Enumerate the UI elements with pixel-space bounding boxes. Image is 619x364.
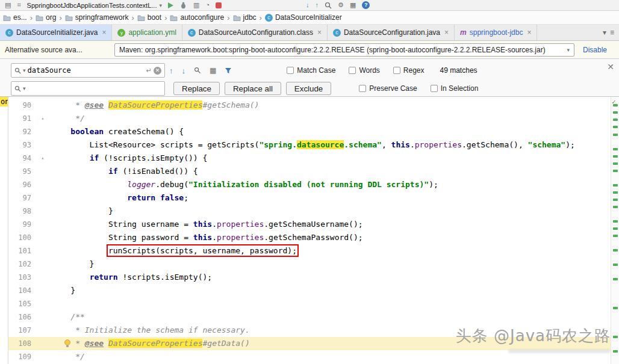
- code-text[interactable]: return false;: [49, 191, 611, 205]
- fold-marker-icon[interactable]: ▴: [36, 112, 49, 125]
- tab-sppringboot-jdbc[interactable]: m sppringboot-jdbc ×: [455, 25, 537, 40]
- fold-marker-icon[interactable]: ▴: [36, 152, 49, 165]
- find-all-icon[interactable]: [190, 67, 205, 74]
- search-match-stripe-mark[interactable]: [613, 170, 618, 172]
- search-match-stripe-mark[interactable]: [613, 278, 618, 280]
- search-match-stripe-mark[interactable]: [613, 111, 618, 114]
- search-match-stripe-mark[interactable]: [613, 264, 618, 266]
- match-case-checkbox[interactable]: Match Case: [287, 66, 335, 75]
- code-row[interactable]: 106 /**: [8, 310, 611, 324]
- filter-search-results-icon[interactable]: [220, 67, 236, 74]
- breadcrumb-item-org[interactable]: org: [34, 13, 58, 22]
- stop-icon[interactable]: [216, 2, 222, 8]
- words-checkbox[interactable]: Words: [349, 66, 379, 75]
- search-match-stripe-mark[interactable]: [613, 307, 618, 309]
- code-row[interactable]: 94▴ if (!scripts.isEmpty()) {: [8, 152, 611, 165]
- code-text[interactable]: boolean createSchema() {: [49, 125, 611, 138]
- regex-checkbox[interactable]: Regex: [393, 66, 425, 75]
- breadcrumb-item-jdbc[interactable]: jdbc: [231, 13, 258, 22]
- view-grid-icon[interactable]: ▦: [350, 2, 356, 8]
- line-number[interactable]: 108: [8, 337, 36, 350]
- code-row[interactable]: 102 }: [8, 258, 611, 271]
- line-number[interactable]: 90: [8, 99, 36, 112]
- breadcrumb-item-datasourceinitializer[interactable]: c DataSourceInitializer: [263, 13, 344, 22]
- code-row[interactable]: 98 }: [8, 205, 611, 218]
- replace-all-button[interactable]: Replace all: [225, 82, 281, 95]
- newline-icon[interactable]: ↵: [146, 67, 152, 75]
- search-match-stripe-mark[interactable]: [613, 148, 618, 150]
- run-with-coverage-icon[interactable]: ▥: [193, 2, 199, 8]
- clear-search-icon[interactable]: ✕: [154, 67, 161, 75]
- profiler-icon[interactable]: ◔: [205, 2, 210, 8]
- disable-link[interactable]: Disable: [580, 46, 614, 54]
- help-icon[interactable]: ?: [362, 1, 370, 9]
- code-text[interactable]: if (!scripts.isEmpty()) {: [49, 152, 611, 165]
- search-match-stripe-mark[interactable]: [613, 235, 618, 237]
- chevron-down-icon[interactable]: ▾: [603, 28, 606, 37]
- code-row[interactable]: 105: [8, 297, 611, 310]
- code-row[interactable]: 97 return false;: [8, 191, 611, 205]
- search-input[interactable]: ▾ dataSource ↵ ✕: [11, 63, 165, 78]
- code-row[interactable]: 108 * @see DataSourceProperties#getData(…: [8, 337, 611, 350]
- code-row[interactable]: 95 if (!isEnabled()) {: [8, 165, 611, 178]
- replace-input[interactable]: ▾: [11, 81, 165, 96]
- code-row[interactable]: 107 * Initialize the schema if necessary…: [8, 324, 611, 337]
- search-match-stripe-mark[interactable]: [613, 104, 618, 106]
- search-everywhere-icon[interactable]: [325, 2, 332, 9]
- replace-button[interactable]: Replace: [173, 82, 220, 95]
- code-text[interactable]: runScripts(scripts, username, password);: [49, 244, 611, 258]
- settings-gear-icon[interactable]: ⚙: [338, 2, 344, 8]
- tab-list-icon[interactable]: ≡: [610, 28, 614, 37]
- line-number[interactable]: 91: [8, 112, 36, 125]
- code-row[interactable]: 103 return !scripts.isEmpty();: [8, 271, 611, 284]
- close-icon[interactable]: ×: [102, 28, 106, 37]
- intention-bulb-icon[interactable]: [64, 339, 71, 348]
- code-text[interactable]: [49, 297, 611, 310]
- code-text[interactable]: if (!isEnabled()) {: [49, 165, 611, 178]
- code-row[interactable]: 93 List<Resource> scripts = getScripts("…: [8, 138, 611, 152]
- line-number[interactable]: 95: [8, 165, 36, 178]
- error-stripe[interactable]: ✓: [611, 97, 619, 364]
- code-text[interactable]: * Initialize the schema if necessary.: [49, 324, 611, 337]
- preserve-case-checkbox[interactable]: Preserve Case: [359, 84, 417, 93]
- line-number[interactable]: 94: [8, 152, 36, 165]
- search-match-stripe-mark[interactable]: [613, 350, 618, 353]
- debug-icon[interactable]: [179, 1, 187, 9]
- tab-application-yml[interactable]: y application.yml: [112, 25, 182, 40]
- next-match-icon[interactable]: ↓: [178, 66, 190, 75]
- source-jar-select[interactable]: Maven: org.springframework.boot:spring-b…: [114, 43, 574, 57]
- line-number[interactable]: 103: [8, 271, 36, 284]
- line-number[interactable]: 97: [8, 191, 36, 205]
- save-all-icon[interactable]: ⌗: [17, 2, 20, 8]
- search-match-stripe-mark[interactable]: [613, 119, 618, 121]
- previous-match-icon[interactable]: ↑: [165, 66, 178, 75]
- code-text[interactable]: List<Resource> scripts = getScripts("spr…: [49, 138, 611, 152]
- code-text[interactable]: */: [49, 112, 611, 125]
- search-match-stripe-mark[interactable]: [613, 199, 618, 201]
- code-text[interactable]: */: [49, 350, 611, 363]
- code-text[interactable]: }: [49, 205, 611, 218]
- code-text[interactable]: /**: [49, 310, 611, 324]
- line-number[interactable]: 98: [8, 205, 36, 218]
- search-match-stripe-mark[interactable]: [613, 249, 618, 251]
- search-match-stripe-mark[interactable]: [613, 206, 618, 208]
- code-text[interactable]: logger.debug("Initialization disabled (n…: [49, 178, 611, 191]
- close-icon[interactable]: ×: [527, 28, 531, 37]
- code-row[interactable]: 91▴ */: [8, 112, 611, 125]
- code-editor[interactable]: onl 90 * @see DataSourceProperties#getSc…: [0, 97, 619, 364]
- line-number[interactable]: 104: [8, 284, 36, 297]
- search-match-stripe-mark[interactable]: [613, 336, 618, 338]
- search-match-stripe-mark[interactable]: [613, 191, 618, 194]
- code-row[interactable]: 100 String password = this.properties.ge…: [8, 231, 611, 244]
- line-number[interactable]: 109: [8, 350, 36, 363]
- code-row[interactable]: 92 boolean createSchema() {: [8, 125, 611, 138]
- code-row[interactable]: 96 logger.debug("Initialization disabled…: [8, 178, 611, 191]
- in-selection-checkbox[interactable]: In Selection: [431, 84, 479, 93]
- code-row[interactable]: 109 */: [8, 350, 611, 363]
- code-row[interactable]: 101 runScripts(scripts, username, passwo…: [8, 244, 611, 258]
- search-match-stripe-mark[interactable]: [613, 134, 618, 136]
- line-number[interactable]: 107: [8, 324, 36, 337]
- code-row[interactable]: 104 }: [8, 284, 611, 297]
- code-text[interactable]: * @see DataSourceProperties#getSchema(): [49, 99, 611, 112]
- breadcrumb-item-autoconfigure[interactable]: autoconfigure: [168, 13, 226, 22]
